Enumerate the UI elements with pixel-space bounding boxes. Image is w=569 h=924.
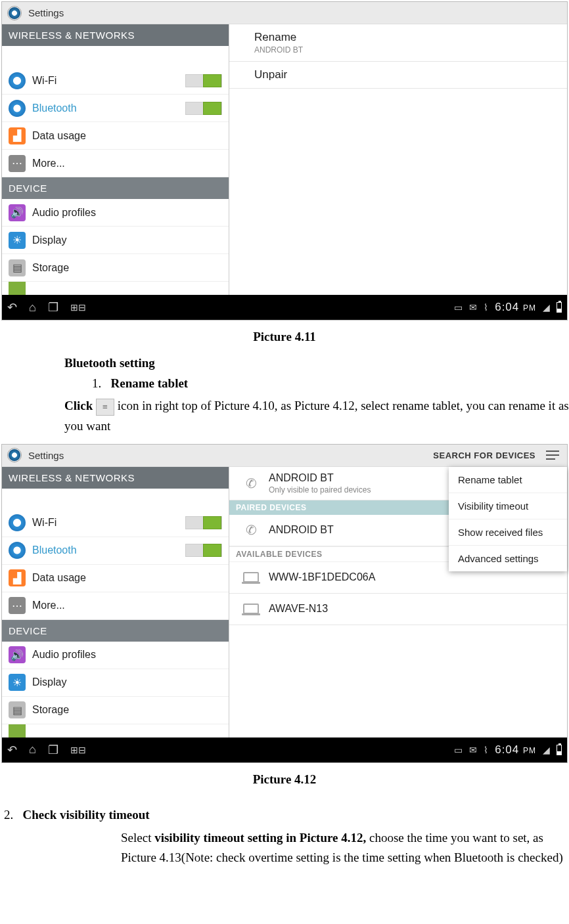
laptop-icon — [242, 600, 260, 617]
wifi-icon — [9, 72, 26, 89]
section-wireless: WIRELESS & NETWORKS — [2, 24, 229, 46]
page-title: Settings — [28, 450, 64, 461]
image-status-icon: ▭ — [454, 745, 463, 755]
search-for-devices-button[interactable]: SEARCH FOR DEVICES — [433, 451, 535, 460]
settings-gear-icon — [7, 6, 22, 20]
data-usage-icon: ▟ — [9, 127, 26, 144]
data-usage-icon: ▟ — [9, 569, 26, 586]
titlebar: Settings SEARCH FOR DEVICES — [2, 445, 567, 467]
sidebar-item-audio[interactable]: 🔊 Audio profiles — [2, 642, 229, 669]
menu-icon: ≡ — [96, 399, 114, 416]
sidebar-item-display[interactable]: ☀ Display — [2, 669, 229, 697]
home-icon[interactable]: ⌂ — [29, 301, 36, 315]
section-device: DEVICE — [2, 620, 229, 642]
recent-icon[interactable]: ❐ — [48, 300, 58, 315]
screenshot-icon[interactable]: ⊞⊟ — [70, 302, 86, 313]
laptop-icon — [242, 569, 260, 586]
settings-sidebar: WIRELESS & NETWORKS Wi-Fi Bluetooth ▟ Da… — [2, 467, 229, 737]
sidebar-item-more[interactable]: ⋯ More... — [2, 150, 229, 177]
list-item-2: 2. Check visibility timeout Select visib… — [4, 805, 569, 868]
detail-pane: ✆ ANDROID BT Only visible to paired devi… — [229, 467, 567, 737]
sidebar-item-bluetooth[interactable]: Bluetooth — [2, 537, 229, 565]
sidebar-item-display[interactable]: ☀ Display — [2, 227, 229, 254]
image-status-icon: ▭ — [454, 302, 463, 313]
popup-visibility-timeout[interactable]: Visibility timeout — [449, 493, 567, 519]
wifi-toggle[interactable] — [185, 74, 222, 87]
sidebar-item-storage[interactable]: ▤ Storage — [2, 254, 229, 282]
sidebar-item-wifi[interactable]: Wi-Fi — [2, 510, 229, 537]
sidebar-item-battery[interactable] — [2, 282, 229, 295]
sidebar-item-data-usage[interactable]: ▟ Data usage — [2, 122, 229, 150]
battery-status-icon — [557, 745, 562, 755]
detail-unpair[interactable]: Unpair — [229, 62, 567, 89]
item2-body: Select visibility timeout setting in Pic… — [121, 828, 569, 868]
phone-icon: ✆ — [242, 475, 260, 492]
phone-icon: ✆ — [242, 521, 260, 539]
bt-status-icon: ⌇ — [484, 302, 488, 313]
display-icon: ☀ — [9, 232, 26, 249]
paragraph-1: Click ≡ icon in right top of Picture 4.1… — [64, 396, 569, 436]
screenshot-4-12: Settings SEARCH FOR DEVICES WIRELESS & N… — [1, 444, 568, 763]
screenshot-4-11: Settings WIRELESS & NETWORKS Wi-Fi Bluet… — [1, 1, 568, 320]
more-icon: ⋯ — [9, 155, 26, 172]
sidebar-item-battery[interactable] — [2, 724, 229, 737]
status-time: 6:04 PM — [495, 743, 536, 757]
available-device-row[interactable]: AWAVE-N13 — [229, 594, 567, 625]
section-wireless: WIRELESS & NETWORKS — [2, 467, 229, 489]
navbar: ↶ ⌂ ❐ ⊞⊟ ▭ ✉ ⌇ 6:04 PM ◢ — [2, 737, 567, 762]
storage-icon: ▤ — [9, 701, 26, 718]
sms-status-icon: ✉ — [469, 745, 477, 755]
settings-gear-icon — [7, 448, 22, 462]
detail-pane: Rename ANDROID BT Unpair — [229, 24, 567, 295]
battery-icon — [9, 282, 26, 295]
sidebar-item-wifi[interactable]: Wi-Fi — [2, 67, 229, 95]
popup-rename-tablet[interactable]: Rename tablet — [449, 467, 567, 493]
bluetooth-icon — [9, 542, 26, 559]
caption-4-11: Picture 4.11 — [0, 327, 569, 347]
sidebar-item-storage[interactable]: ▤ Storage — [2, 697, 229, 724]
sidebar-item-more[interactable]: ⋯ More... — [2, 592, 229, 620]
home-icon[interactable]: ⌂ — [29, 743, 36, 757]
sidebar-item-audio[interactable]: 🔊 Audio profiles — [2, 199, 229, 227]
bluetooth-setting-heading: Bluetooth setting — [64, 353, 569, 373]
more-icon: ⋯ — [9, 597, 26, 614]
bt-status-icon: ⌇ — [484, 745, 488, 755]
overflow-menu-button[interactable] — [543, 448, 562, 462]
list-item-1: 1. Rename tablet — [92, 374, 569, 393]
page-title: Settings — [28, 7, 64, 18]
item1-title: Rename tablet — [111, 376, 189, 390]
bluetooth-icon — [9, 100, 26, 117]
bluetooth-toggle[interactable] — [185, 102, 222, 115]
recent-icon[interactable]: ❐ — [48, 743, 58, 757]
wifi-status-icon: ◢ — [543, 745, 550, 755]
detail-rename[interactable]: Rename ANDROID BT — [229, 24, 567, 62]
wifi-icon — [9, 514, 26, 531]
battery-icon — [9, 724, 26, 737]
sidebar-item-data-usage[interactable]: ▟ Data usage — [2, 565, 229, 592]
sidebar-item-bluetooth[interactable]: Bluetooth — [2, 95, 229, 122]
navbar: ↶ ⌂ ❐ ⊞⊟ ▭ ✉ ⌇ 6:04 PM ◢ — [2, 295, 567, 320]
status-time: 6:04 PM — [495, 301, 536, 314]
popup-advanced-settings[interactable]: Advanced settings — [449, 546, 567, 571]
bluetooth-toggle[interactable] — [185, 544, 222, 557]
back-icon[interactable]: ↶ — [7, 300, 17, 315]
storage-icon: ▤ — [9, 259, 26, 276]
wifi-status-icon: ◢ — [543, 302, 550, 313]
titlebar: Settings — [2, 2, 567, 24]
wifi-toggle[interactable] — [185, 516, 222, 529]
popup-show-received-files[interactable]: Show received files — [449, 519, 567, 546]
sms-status-icon: ✉ — [469, 302, 477, 313]
audio-icon: 🔊 — [9, 204, 26, 221]
overflow-popup-menu: Rename tablet Visibility timeout Show re… — [449, 467, 567, 571]
audio-icon: 🔊 — [9, 646, 26, 663]
screenshot-icon[interactable]: ⊞⊟ — [70, 745, 86, 755]
battery-status-icon — [557, 302, 562, 313]
display-icon: ☀ — [9, 674, 26, 691]
section-device: DEVICE — [2, 177, 229, 199]
back-icon[interactable]: ↶ — [7, 743, 17, 757]
settings-sidebar: WIRELESS & NETWORKS Wi-Fi Bluetooth ▟ Da… — [2, 24, 229, 295]
item2-title: Check visibility timeout — [23, 808, 150, 822]
caption-4-12: Picture 4.12 — [0, 770, 569, 789]
